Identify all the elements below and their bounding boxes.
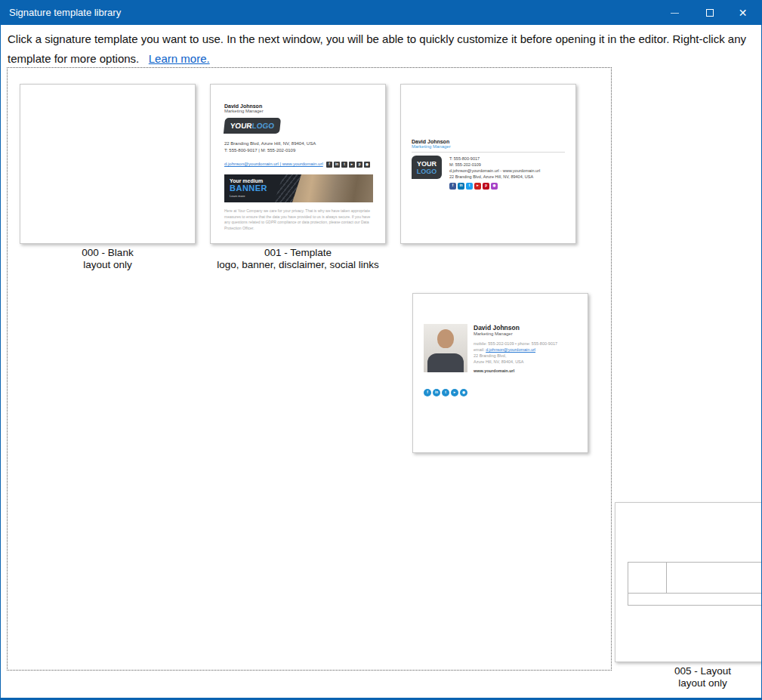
template-card-003[interactable]: David Johnson Marketing Manager YOURLOGO… bbox=[400, 84, 576, 244]
instagram-icon: ◉ bbox=[364, 162, 370, 168]
template-000-preview bbox=[20, 84, 196, 244]
your-logo: YOURLOGO bbox=[412, 156, 442, 179]
template-grid-panel: 000 - Blank layout only David Johnson Ma… bbox=[7, 67, 612, 671]
template-003-preview: David Johnson Marketing Manager YOURLOGO… bbox=[400, 84, 576, 244]
signature-tel: T: 555-800-9017 bbox=[449, 156, 540, 162]
social-icons: fint►p◉ bbox=[449, 182, 540, 190]
signature-email-link: d.johnson@yourdomain.url bbox=[486, 347, 535, 352]
minimize-button[interactable] bbox=[658, 1, 692, 25]
caption-title: 005 - Layout bbox=[606, 665, 762, 677]
facebook-icon: f bbox=[424, 389, 431, 396]
template-card-000[interactable]: 000 - Blank layout only bbox=[20, 84, 196, 244]
learn-more-link[interactable]: Learn more. bbox=[149, 52, 210, 65]
instructions: Click a signature template you want to u… bbox=[8, 29, 757, 69]
pinterest-icon: p bbox=[356, 162, 362, 168]
signature-role: Marketing Manager bbox=[474, 331, 581, 336]
linkedin-icon: in bbox=[458, 183, 464, 190]
social-icons: fint►◉ YOURLOGO Your small BANNER Your C… bbox=[424, 383, 469, 396]
signature-phones: T: 555-800-9017 | M: 555-202-0109 bbox=[224, 147, 372, 154]
window-title: Signature template library bbox=[9, 1, 121, 25]
signature-website: www.yourdomain.url bbox=[474, 369, 581, 373]
portrait-photo bbox=[424, 324, 467, 372]
signature-template-library-window: Signature template library ✕ Click a sig… bbox=[0, 0, 762, 700]
signature-name: David Johnson bbox=[412, 139, 565, 144]
linkedin-icon: in bbox=[334, 162, 340, 168]
signature-links: d.johnson@yourdomain.url - www.yourdomai… bbox=[449, 168, 540, 174]
caption-tags: layout only bbox=[11, 259, 204, 271]
close-icon: ✕ bbox=[739, 7, 748, 19]
signature-name: David Johnson bbox=[224, 103, 372, 109]
signature-role: Marketing Manager bbox=[412, 144, 565, 149]
caption-title: 000 - Blank bbox=[11, 247, 204, 259]
template-001-caption: 001 - Template logo, banner, disclaimer,… bbox=[202, 247, 394, 271]
template-card-001[interactable]: David Johnson Marketing Manager YOURLOGO… bbox=[210, 84, 386, 244]
youtube-icon: ► bbox=[451, 389, 458, 396]
instagram-icon: ◉ bbox=[460, 389, 467, 396]
template-005-preview bbox=[615, 502, 762, 662]
signature-address-2: Azure Hill, NV, 89404, USA bbox=[474, 359, 581, 365]
linkedin-icon: in bbox=[433, 389, 440, 396]
signature-role: Marketing Manager bbox=[224, 109, 372, 113]
caption-tags: logo, banner, disclaimer, social links bbox=[202, 259, 394, 271]
signature-phones: mobile: 555-202-0109 • phone: 555-800-90… bbox=[474, 341, 581, 347]
facebook-icon: f bbox=[326, 162, 332, 168]
twitter-icon: t bbox=[341, 162, 347, 168]
close-button[interactable]: ✕ bbox=[726, 1, 760, 25]
signature-disclaimer: Here at Your Company we care for your pr… bbox=[224, 208, 373, 231]
maximize-button[interactable] bbox=[693, 1, 727, 25]
pinterest-icon: p bbox=[483, 183, 489, 190]
instagram-icon: ◉ bbox=[491, 183, 498, 190]
signature-mobile: M: 555-202-0109 bbox=[449, 162, 540, 168]
signature-address: 22 Branding Blvd, Azure Hill, NV, 89404,… bbox=[224, 140, 372, 147]
facebook-icon: f bbox=[449, 183, 456, 190]
youtube-icon: ► bbox=[474, 183, 481, 190]
social-icons: fint►p◉ bbox=[326, 155, 372, 168]
signature-address: 22 Branding Blvd, Azure Hill, NV, 89404,… bbox=[449, 174, 540, 180]
twitter-icon: t bbox=[442, 389, 449, 396]
layout-wireframe bbox=[628, 562, 762, 606]
signature-name: David Johnson bbox=[474, 324, 581, 331]
minimize-icon bbox=[671, 13, 679, 14]
signature-address-1: 22 Branding Blvd, bbox=[474, 353, 581, 359]
twitter-icon: t bbox=[466, 183, 473, 190]
signature-links: d.johnson@yourdomain.url | www.yourdomai… bbox=[224, 162, 323, 166]
template-card-005[interactable]: 005 - Layout layout only bbox=[615, 502, 762, 662]
titlebar: Signature template library ✕ bbox=[1, 1, 761, 25]
banner-photo bbox=[288, 174, 373, 202]
instructions-text: Click a signature template you want to u… bbox=[8, 32, 746, 65]
medium-banner: Your medium BANNER Learn more bbox=[224, 174, 373, 202]
template-004-preview: David Johnson Marketing Manager mobile: … bbox=[412, 293, 588, 453]
template-card-004[interactable]: David Johnson Marketing Manager mobile: … bbox=[412, 293, 588, 453]
template-000-caption: 000 - Blank layout only bbox=[11, 247, 204, 271]
your-logo: YOURLOGO bbox=[224, 118, 281, 134]
caption-title: 001 - Template bbox=[202, 247, 394, 259]
caption-tags: layout only bbox=[606, 677, 762, 689]
template-001-preview: David Johnson Marketing Manager YOURLOGO… bbox=[210, 84, 386, 244]
maximize-icon bbox=[706, 9, 714, 17]
template-005-caption: 005 - Layout layout only bbox=[606, 665, 762, 689]
youtube-icon: ► bbox=[349, 162, 355, 168]
